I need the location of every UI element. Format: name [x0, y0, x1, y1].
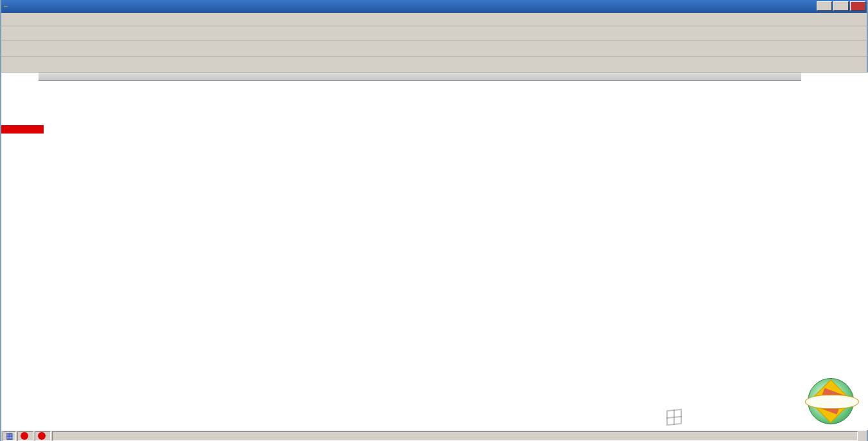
quote-table-icon: ▦ [6, 432, 13, 440]
kline-chart[interactable] [1, 0, 868, 441]
status-bar: ▦ [1, 430, 867, 441]
status-message-field [52, 431, 858, 441]
status-grid-panel[interactable]: ▦ [3, 431, 16, 441]
sh-index-icon [21, 432, 28, 440]
application-window: ▦ [0, 0, 868, 441]
sz-index-icon [38, 432, 46, 440]
status-sz-index[interactable] [35, 431, 51, 441]
status-sh-index[interactable] [17, 431, 33, 441]
